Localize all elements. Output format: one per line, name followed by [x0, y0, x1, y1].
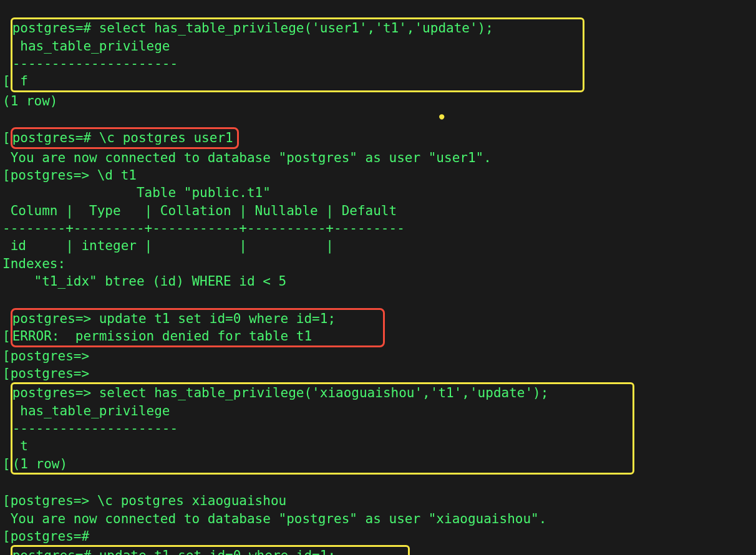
prompt-bracket: [	[2, 74, 11, 89]
terminal-line: f	[12, 72, 580, 90]
terminal-line: (1 row)	[12, 455, 630, 473]
terminal-line: postgres=> \d t1	[11, 168, 137, 183]
indexes-label: Indexes:	[2, 256, 65, 271]
terminal-output[interactable]: [postgres=# select has_table_privilege('…	[2, 0, 756, 555]
highlight-box-connect-user1: postgres=# \c postgres user1	[11, 127, 239, 148]
terminal-line: postgres=# update t1 set id=0 where id=1…	[12, 547, 405, 555]
prompt-bracket: [	[2, 329, 11, 344]
caret-dot-icon: ●	[439, 111, 444, 121]
terminal-line: ---------------------	[12, 420, 630, 437]
table-header: Table "public.t1"	[2, 185, 271, 200]
prompt-bracket: [	[2, 529, 11, 544]
terminal-line: has_table_privilege	[12, 37, 580, 55]
highlight-box-query1: postgres=# select has_table_privilege('u…	[11, 17, 584, 92]
prompt-bracket: [	[2, 168, 11, 183]
prompt-bracket: [	[2, 130, 11, 145]
index-definition: "t1_idx" btree (id) WHERE id < 5	[2, 274, 286, 289]
terminal-line: ---------------------	[12, 55, 580, 72]
terminal-line: (1 row)	[2, 94, 58, 109]
error-line: ERROR: permission denied for table t1	[12, 327, 379, 345]
terminal-line: postgres=# select has_table_privilege('u…	[12, 19, 580, 37]
terminal-line: postgres=> update t1 set id=0 where id=1…	[12, 310, 379, 327]
prompt-bracket: [	[2, 366, 11, 381]
terminal-prompt: postgres=>	[11, 349, 89, 364]
terminal-line: You are now connected to database "postg…	[2, 511, 546, 526]
terminal-line: postgres=# \c postgres user1	[12, 130, 233, 145]
highlight-box-error: postgres=> update t1 set id=0 where id=1…	[11, 308, 385, 347]
table-row: id | integer | | |	[2, 238, 334, 253]
terminal-line: You are now connected to database "postg…	[2, 150, 492, 165]
table-columns: Column | Type | Collation | Nullable | D…	[2, 203, 397, 218]
prompt-bracket: [	[2, 493, 11, 508]
table-divider: --------+---------+-----------+---------…	[2, 221, 405, 236]
terminal-prompt: postgres=>	[11, 366, 89, 381]
terminal-line: has_table_privilege	[12, 402, 630, 420]
terminal-line: postgres=> \c postgres xiaoguaishou	[11, 493, 287, 508]
terminal-prompt: postgres=#	[11, 529, 89, 544]
prompt-bracket: [	[2, 456, 11, 471]
highlight-box-query2: postgres=> select has_table_privilege('x…	[11, 382, 634, 475]
highlight-box-update-success: postgres=# update t1 set id=0 where id=1…	[11, 545, 410, 555]
terminal-line: t	[12, 437, 630, 455]
prompt-bracket: [	[2, 349, 11, 364]
terminal-line: postgres=> select has_table_privilege('x…	[12, 384, 630, 402]
